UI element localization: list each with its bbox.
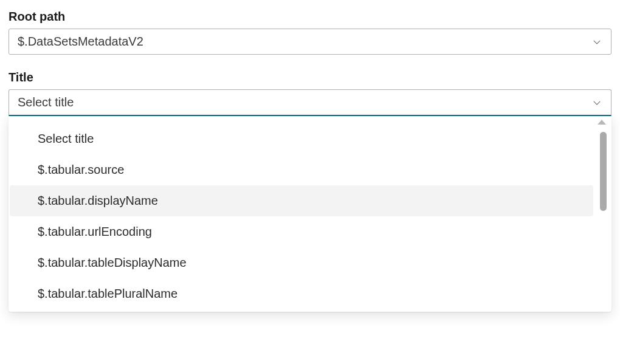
title-dropdown: Select title $.tabular.source $.tabular.… (9, 116, 611, 312)
dropdown-option[interactable]: Select title (10, 123, 593, 154)
title-field: Title Select title Select title $.tabula… (9, 70, 611, 312)
dropdown-option[interactable]: $.tabular.displayName (10, 185, 593, 216)
dropdown-options-container: Select title $.tabular.source $.tabular.… (9, 123, 611, 309)
dropdown-option[interactable]: $.tabular.tablePluralName (10, 278, 593, 309)
title-label: Title (9, 70, 611, 84)
root-path-field: Root path $.DataSetsMetadataV2 (9, 10, 611, 55)
dropdown-option[interactable]: $.tabular.urlEncoding (10, 216, 593, 247)
dropdown-option[interactable]: $.tabular.tableDisplayName (10, 247, 593, 278)
root-path-label: Root path (9, 10, 611, 24)
title-placeholder: Select title (18, 95, 74, 109)
root-path-value: $.DataSetsMetadataV2 (18, 35, 143, 49)
chevron-down-icon (591, 36, 602, 47)
chevron-down-icon (591, 97, 602, 108)
title-select[interactable]: Select title (9, 89, 611, 116)
root-path-select[interactable]: $.DataSetsMetadataV2 (9, 29, 611, 55)
dropdown-option[interactable]: $.tabular.source (10, 154, 593, 185)
